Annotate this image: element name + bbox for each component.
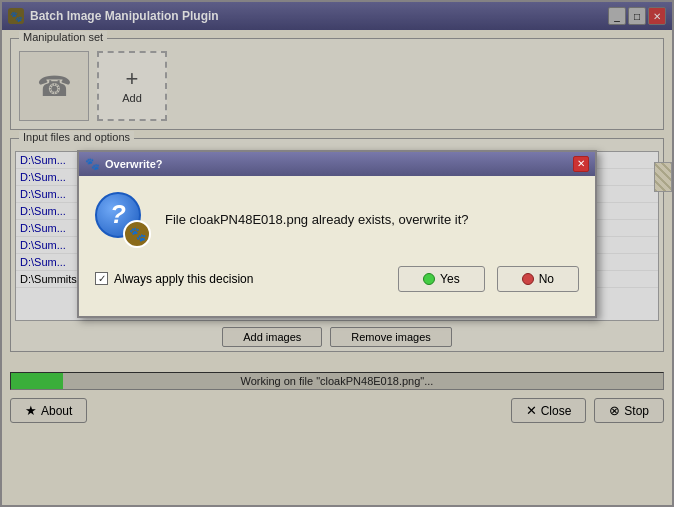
dialog-overlay: 🐾 Overwrite? ✕ ? 🐾 File cloakPN48E018.pn… [2,2,672,505]
main-window: 🐾 Batch Image Manipulation Plugin _ □ ✕ … [0,0,674,507]
dialog-title-bar: 🐾 Overwrite? ✕ [79,152,595,176]
dialog-message: File cloakPN48E018.png already exists, o… [165,212,468,227]
gimp-icon: 🐾 [123,220,151,248]
dialog-close-button[interactable]: ✕ [573,156,589,172]
question-icon: ? 🐾 [95,192,151,248]
yes-label: Yes [440,272,460,286]
dialog-buttons: Yes No [398,266,579,292]
no-label: No [539,272,554,286]
checkbox-label: Always apply this decision [114,272,253,286]
checkbox-checkmark: ✓ [98,273,106,284]
no-icon [522,273,534,285]
no-button[interactable]: No [497,266,579,292]
dialog-checkbox-row: ✓ Always apply this decision Yes No [95,266,579,292]
dialog-message-row: ? 🐾 File cloakPN48E018.png already exist… [95,192,579,248]
dialog-title-icon: 🐾 [85,157,100,171]
dialog-title-left: 🐾 Overwrite? [85,157,162,171]
yes-button[interactable]: Yes [398,266,485,292]
yes-icon [423,273,435,285]
overwrite-dialog: 🐾 Overwrite? ✕ ? 🐾 File cloakPN48E018.pn… [77,150,597,318]
dialog-title: Overwrite? [105,158,162,170]
always-apply-checkbox[interactable]: ✓ [95,272,108,285]
dialog-body: ? 🐾 File cloakPN48E018.png already exist… [79,176,595,316]
